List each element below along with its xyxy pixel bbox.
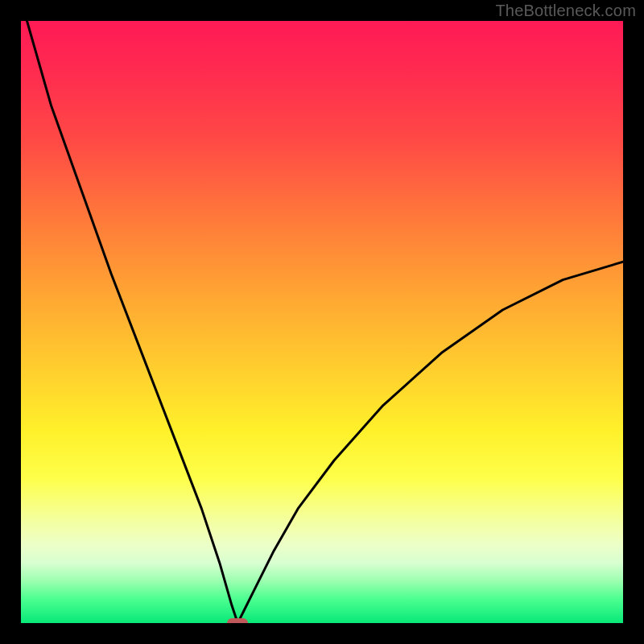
chart-frame: TheBottleneck.com xyxy=(0,0,644,644)
plot-area xyxy=(21,21,623,623)
optimum-marker xyxy=(227,618,248,623)
bottleneck-curve xyxy=(21,21,623,623)
watermark-text: TheBottleneck.com xyxy=(495,2,636,20)
